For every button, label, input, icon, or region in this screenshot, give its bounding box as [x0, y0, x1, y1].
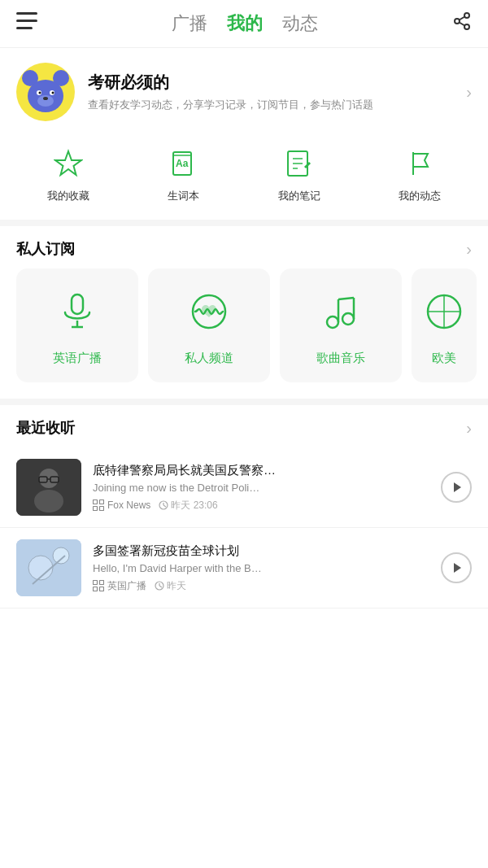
sub-card-english-radio[interactable]: 英语广播	[16, 268, 138, 382]
english-radio-label: 英语广播	[53, 351, 102, 366]
quick-action-dynamics[interactable]: 我的动态	[399, 149, 441, 203]
svg-rect-1	[16, 20, 37, 22]
svg-line-63	[159, 586, 162, 587]
notes-icon	[285, 149, 314, 182]
fox-play-button[interactable]	[441, 472, 472, 503]
vaccine-content: 多国签署新冠疫苗全球计划 Hello, I'm David Harper wit…	[93, 543, 429, 593]
svg-point-40	[39, 469, 59, 488]
vaccine-thumb	[16, 539, 81, 596]
vocabulary-label: 生词本	[168, 189, 199, 203]
svg-marker-52	[454, 482, 461, 492]
svg-text:Aa: Aa	[176, 158, 189, 169]
fox-source-name: Fox News	[107, 499, 150, 511]
svg-point-5	[464, 24, 469, 29]
svg-marker-18	[55, 151, 81, 175]
private-channel-label: 私人频道	[185, 351, 233, 366]
vaccine-play-button[interactable]	[441, 552, 472, 583]
subscription-title: 私人订阅	[16, 239, 75, 259]
share-icon[interactable]	[452, 11, 472, 36]
svg-rect-58	[100, 581, 104, 585]
book-icon: Aa	[169, 149, 198, 182]
profile-arrow: ›	[466, 83, 472, 102]
app-header: 广播 我的 动态	[0, 0, 488, 48]
svg-rect-60	[100, 587, 104, 591]
sub-card-western[interactable]: 欧美	[412, 268, 477, 382]
fox-subtitle: Joining me now is the Detroit Poli…	[93, 482, 429, 494]
favorites-label: 我的收藏	[47, 189, 89, 203]
recent-title: 最近收听	[16, 418, 75, 438]
svg-marker-64	[454, 563, 461, 573]
vaccine-subtitle: Hello, I'm David Harper with the B…	[93, 562, 429, 574]
subscription-header: 私人订阅 ›	[0, 226, 488, 268]
western-icon	[424, 291, 464, 338]
sub-card-private-channel[interactable]: 私人频道	[148, 268, 270, 382]
notes-label: 我的笔记	[278, 189, 320, 203]
vaccine-title: 多国签署新冠疫苗全球计划	[93, 543, 429, 559]
svg-point-3	[464, 13, 469, 18]
recent-section: 最近收听 › 底特律警察局局长就美国反警察… Joining me now i	[0, 405, 488, 617]
svg-point-41	[34, 490, 63, 513]
header-tabs: 广播 我的 动态	[172, 11, 318, 36]
svg-point-16	[52, 92, 54, 94]
music-icon	[320, 291, 361, 338]
fox-source: Fox News	[93, 499, 150, 511]
svg-point-4	[455, 19, 460, 24]
profile-description: 查看好友学习动态，分享学习记录，订阅节目，参与热门话题	[88, 97, 453, 113]
svg-line-6	[460, 23, 465, 26]
section-divider	[0, 399, 488, 405]
fox-content: 底特律警察局局长就美国反警察… Joining me now is the De…	[93, 463, 429, 513]
fox-title: 底特律警察局局长就美国反警察…	[93, 463, 429, 478]
svg-line-35	[338, 298, 354, 299]
svg-rect-57	[94, 581, 98, 585]
recent-arrow[interactable]: ›	[466, 419, 472, 438]
western-label: 欧美	[432, 351, 456, 366]
fox-time-text: 昨天 23:06	[171, 499, 217, 513]
vaccine-time-text: 昨天	[167, 579, 186, 593]
svg-point-15	[39, 92, 41, 94]
dynamics-label: 我的动态	[399, 189, 441, 203]
svg-point-55	[53, 547, 69, 564]
star-icon	[54, 149, 83, 182]
listen-item-fox[interactable]: 底特律警察局局长就美国反警察… Joining me now is the De…	[0, 447, 488, 528]
svg-point-17	[43, 97, 48, 100]
profile-section[interactable]: 考研必须的 查看好友学习动态，分享学习记录，订阅节目，参与热门话题 ›	[0, 48, 488, 136]
vaccine-source: 英国广播	[93, 579, 146, 593]
svg-rect-2	[16, 27, 33, 29]
subscription-arrow[interactable]: ›	[466, 240, 472, 259]
listen-item-vaccine[interactable]: 多国签署新冠疫苗全球计划 Hello, I'm David Harper wit…	[0, 528, 488, 608]
heart-wave-icon	[189, 291, 229, 338]
flag-icon	[405, 149, 434, 182]
svg-rect-27	[72, 294, 83, 314]
subscription-scroll: 英语广播 私人频道 歌曲音乐	[0, 268, 488, 399]
svg-rect-46	[100, 500, 104, 504]
quick-action-notes[interactable]: 我的笔记	[278, 149, 320, 203]
fox-time: 昨天 23:06	[159, 499, 217, 513]
quick-actions: 我的收藏 Aa 生词本 我的笔记	[0, 136, 488, 226]
recent-header: 最近收听 ›	[0, 405, 488, 447]
fox-meta: Fox News 昨天 23:06	[93, 499, 429, 513]
svg-rect-47	[94, 507, 98, 511]
quick-action-favorites[interactable]: 我的收藏	[47, 149, 89, 203]
avatar	[16, 63, 75, 121]
vaccine-source-name: 英国广播	[107, 579, 146, 593]
vaccine-meta: 英国广播 昨天	[93, 579, 429, 593]
vaccine-time: 昨天	[155, 579, 186, 593]
sub-card-music[interactable]: 歌曲音乐	[280, 268, 402, 382]
quick-action-vocabulary[interactable]: Aa 生词本	[168, 149, 199, 203]
menu-icon[interactable]	[16, 12, 37, 35]
tab-dynamic[interactable]: 动态	[282, 11, 318, 36]
svg-point-31	[327, 316, 338, 328]
music-label: 歌曲音乐	[316, 351, 365, 366]
svg-rect-45	[94, 500, 98, 504]
svg-point-32	[342, 313, 354, 325]
svg-line-51	[163, 505, 166, 507]
profile-name: 考研必须的	[88, 72, 453, 94]
tab-broadcast[interactable]: 广播	[172, 11, 207, 36]
tab-my[interactable]: 我的	[227, 11, 263, 36]
svg-rect-59	[94, 587, 98, 591]
mic-icon	[57, 291, 98, 338]
svg-rect-0	[16, 12, 37, 15]
svg-rect-48	[100, 507, 104, 511]
svg-line-7	[460, 17, 465, 20]
profile-info: 考研必须的 查看好友学习动态，分享学习记录，订阅节目，参与热门话题	[88, 72, 453, 113]
